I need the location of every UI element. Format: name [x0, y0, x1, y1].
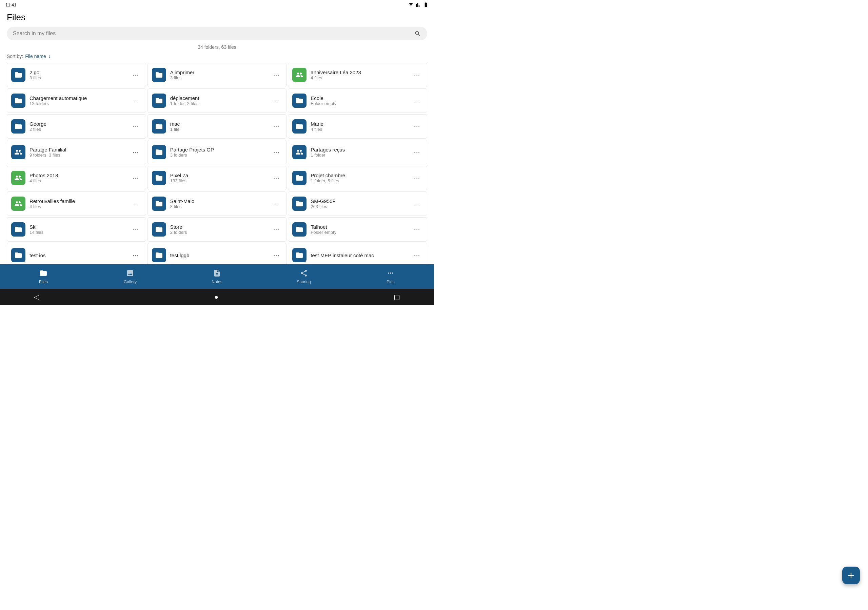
file-meta: Folder empty: [311, 230, 411, 235]
shared-folder-icon: [295, 148, 304, 156]
file-card[interactable]: 2 go3 files···: [7, 63, 146, 87]
file-meta: 4 files: [29, 204, 130, 209]
more-button[interactable]: ···: [130, 70, 142, 80]
sort-label: Sort by:: [7, 54, 23, 59]
file-meta: 14 files: [29, 230, 130, 235]
more-button[interactable]: ···: [130, 224, 142, 234]
sharing-nav-icon: [300, 269, 308, 279]
more-button[interactable]: ···: [411, 96, 423, 106]
nav-label-gallery: Gallery: [124, 280, 136, 284]
search-icon: [414, 30, 421, 37]
more-button[interactable]: ···: [130, 251, 142, 260]
file-card[interactable]: anniversaire Léa 20234 files···: [288, 63, 427, 87]
more-button[interactable]: ···: [130, 122, 142, 132]
folder-icon: [152, 119, 166, 133]
system-nav: ◁ ● ▢: [0, 289, 434, 305]
nav-item-notes[interactable]: Notes: [174, 266, 260, 287]
file-info: EcoleFolder empty: [311, 95, 411, 106]
file-card[interactable]: Photos 20184 files···: [7, 166, 146, 190]
file-name: Photos 2018: [29, 172, 130, 178]
file-card[interactable]: mac1 file···: [147, 114, 287, 139]
nav-item-files[interactable]: Files: [0, 266, 87, 287]
more-button[interactable]: ···: [411, 251, 423, 260]
folder-icon: [11, 119, 25, 133]
home-button[interactable]: ●: [214, 293, 219, 301]
file-card[interactable]: test lggb···: [147, 243, 287, 264]
nav-label-notes: Notes: [212, 280, 222, 284]
nav-item-plus[interactable]: Plus: [347, 266, 434, 287]
plus-nav-icon: [386, 269, 395, 279]
file-card[interactable]: Projet chambre1 folder, 5 files···: [288, 166, 427, 190]
more-button[interactable]: ···: [411, 122, 423, 132]
file-card[interactable]: test ios···: [7, 243, 146, 264]
file-card[interactable]: Marie4 files···: [288, 114, 427, 139]
search-bar[interactable]: [7, 27, 427, 40]
file-name: test lggb: [170, 252, 271, 258]
back-button[interactable]: ◁: [34, 293, 39, 301]
more-button[interactable]: ···: [271, 122, 282, 132]
file-info: mac1 file: [170, 121, 271, 132]
nav-item-sharing[interactable]: Sharing: [260, 266, 347, 287]
file-meta: 1 folder, 2 files: [170, 101, 271, 106]
more-button[interactable]: ···: [411, 199, 423, 209]
more-button[interactable]: ···: [271, 96, 282, 106]
file-card[interactable]: TalhoetFolder empty···: [288, 217, 427, 242]
folder-icon: [11, 197, 25, 211]
file-card[interactable]: Chargement automatique12 folders···: [7, 88, 146, 113]
more-button[interactable]: ···: [130, 199, 142, 209]
more-button[interactable]: ···: [271, 173, 282, 183]
file-info: Partage Familial9 folders, 3 files: [29, 147, 130, 158]
more-button[interactable]: ···: [411, 147, 423, 157]
file-card[interactable]: Partages reçus1 folder···: [288, 140, 427, 164]
file-info: Retrouvailles famille4 files: [29, 198, 130, 209]
file-card[interactable]: Store2 folders···: [147, 217, 287, 242]
file-info: George2 files: [29, 121, 130, 132]
file-name: George: [29, 121, 130, 127]
file-meta: 263 files: [311, 204, 411, 209]
file-meta: 9 folders, 3 files: [29, 153, 130, 158]
search-button[interactable]: [414, 30, 421, 37]
file-card[interactable]: Partage Projets GP3 folders···: [147, 140, 287, 164]
more-button[interactable]: ···: [271, 147, 282, 157]
nav-label-sharing: Sharing: [297, 280, 311, 284]
file-name: Talhoet: [311, 224, 411, 230]
file-card[interactable]: Retrouvailles famille4 files···: [7, 192, 146, 216]
file-card[interactable]: Saint-Malo8 files···: [147, 192, 287, 216]
file-info: A imprimer3 files: [170, 70, 271, 81]
more-button[interactable]: ···: [411, 224, 423, 234]
more-button[interactable]: ···: [411, 173, 423, 183]
file-card[interactable]: Pixel 7a133 files···: [147, 166, 287, 190]
file-card[interactable]: test MEP instaleur coté mac···: [288, 243, 427, 264]
more-button[interactable]: ···: [271, 251, 282, 260]
file-name: SM-G950F: [311, 198, 411, 204]
file-card[interactable]: Partage Familial9 folders, 3 files···: [7, 140, 146, 164]
more-button[interactable]: ···: [130, 147, 142, 157]
nav-item-gallery[interactable]: Gallery: [87, 266, 174, 287]
status-time: 11:41: [5, 2, 17, 8]
file-card[interactable]: Ski14 files···: [7, 217, 146, 242]
file-card[interactable]: EcoleFolder empty···: [288, 88, 427, 113]
more-button[interactable]: ···: [130, 173, 142, 183]
file-card[interactable]: déplacement1 folder, 2 files···: [147, 88, 287, 113]
recents-button[interactable]: ▢: [394, 293, 400, 301]
gallery-nav-icon: [126, 269, 134, 279]
file-card[interactable]: George2 files···: [7, 114, 146, 139]
file-card[interactable]: SM-G950F263 files···: [288, 192, 427, 216]
file-name: Retrouvailles famille: [29, 198, 130, 204]
more-button[interactable]: ···: [271, 70, 282, 80]
sort-arrow[interactable]: ↓: [48, 53, 51, 59]
nav-label-files: Files: [39, 280, 48, 284]
sort-bar[interactable]: Sort by: File name ↓: [0, 51, 434, 61]
more-button[interactable]: ···: [271, 199, 282, 209]
more-button[interactable]: ···: [271, 224, 282, 234]
file-info: anniversaire Léa 20234 files: [311, 70, 411, 81]
more-button[interactable]: ···: [130, 96, 142, 106]
folder-icon: [11, 171, 25, 185]
sort-value[interactable]: File name: [25, 54, 46, 59]
folder-svg-icon: [155, 174, 163, 182]
more-button[interactable]: ···: [411, 70, 423, 80]
file-name: Store: [170, 224, 271, 230]
folder-svg-icon: [295, 97, 304, 105]
file-card[interactable]: A imprimer3 files···: [147, 63, 287, 87]
search-input[interactable]: [13, 31, 414, 37]
